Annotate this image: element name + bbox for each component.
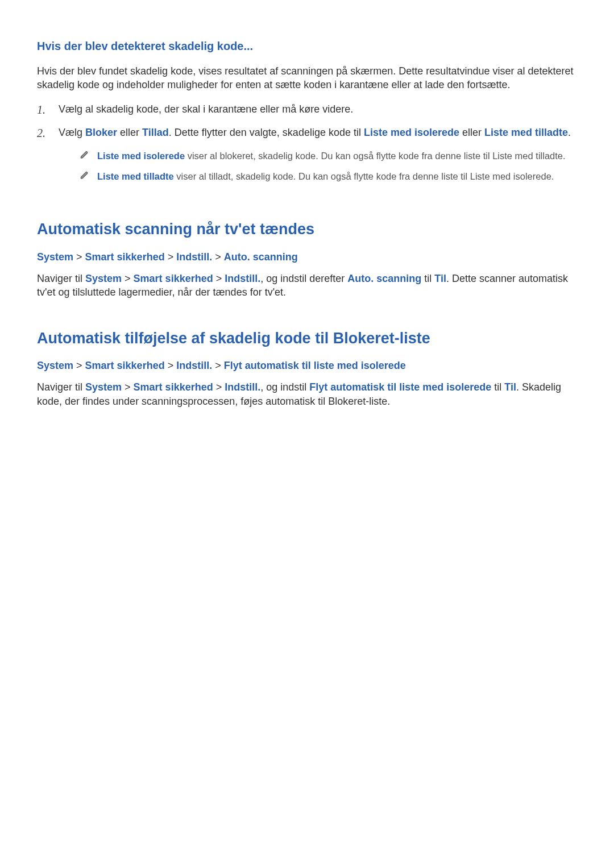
step-1: 1. Vælg al skadelig kode, der skal i kar…	[37, 102, 580, 118]
pencil-icon	[80, 149, 97, 159]
section1-heading: Hvis der blev detekteret skadelig kode..…	[37, 39, 580, 54]
note-2-lead: Liste med tilladte	[97, 171, 174, 181]
tillad-keyword: Tillad	[142, 127, 169, 138]
bloker-keyword: Bloker	[85, 127, 117, 138]
step-2-text: Vælg Bloker eller Tillad. Dette flytter …	[59, 126, 580, 191]
pencil-icon	[80, 170, 97, 180]
step-2: 2. Vælg Bloker eller Tillad. Dette flytt…	[37, 126, 580, 191]
section2-heading: Automatisk scanning når tv'et tændes	[37, 219, 580, 239]
note-2: Liste med tilladte viser al tilladt, ska…	[80, 170, 580, 182]
section1-intro: Hvis der blev fundet skadelig kode, vise…	[37, 64, 580, 92]
liste-isolerede-keyword: Liste med isolerede	[364, 127, 459, 138]
note-1-lead: Liste med isolerede	[97, 151, 185, 161]
section3-body: Naviger til System > Smart sikkerhed > I…	[37, 380, 580, 408]
note-1-text: Liste med isolerede viser al blokeret, s…	[97, 149, 566, 162]
section3-heading: Automatisk tilføjelse af skadelig kode t…	[37, 328, 580, 348]
step-2-notes: Liste med isolerede viser al blokeret, s…	[59, 149, 580, 183]
section2-body: Naviger til System > Smart sikkerhed > I…	[37, 272, 580, 300]
step-number-1: 1.	[37, 102, 59, 118]
section1-steps: 1. Vælg al skadelig kode, der skal i kar…	[37, 102, 580, 191]
section2-breadcrumb: System > Smart sikkerhed > Indstill. > A…	[37, 250, 580, 264]
note-1: Liste med isolerede viser al blokeret, s…	[80, 149, 580, 162]
note-2-text: Liste med tilladte viser al tilladt, ska…	[97, 170, 554, 182]
section3-breadcrumb: System > Smart sikkerhed > Indstill. > F…	[37, 359, 580, 372]
step-1-text: Vælg al skadelig kode, der skal i karant…	[59, 102, 580, 116]
step-number-2: 2.	[37, 126, 59, 141]
liste-tilladte-keyword: Liste med tilladte	[484, 127, 568, 138]
